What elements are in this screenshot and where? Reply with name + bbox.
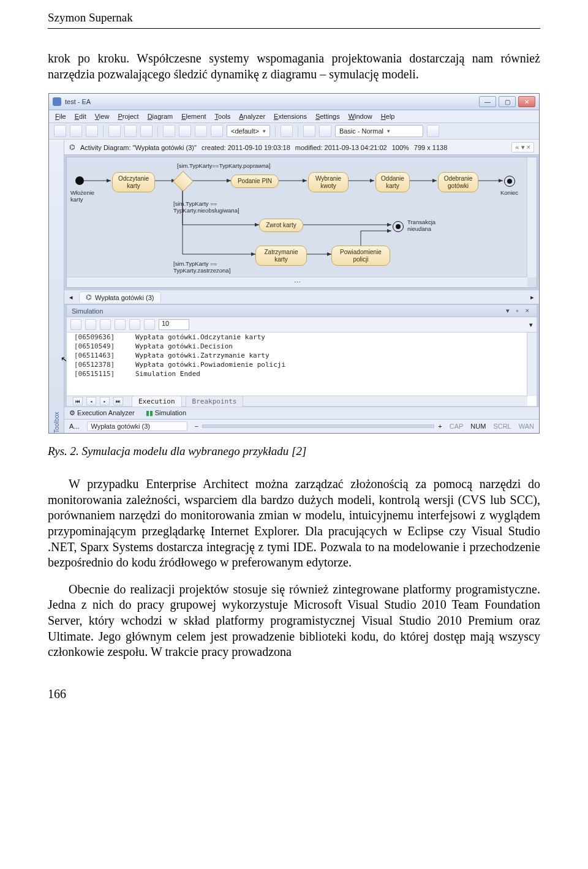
sim-speed-input[interactable]: 10 (159, 319, 189, 330)
tool-find-icon[interactable] (195, 125, 207, 137)
sim-pause-icon[interactable] (85, 319, 96, 330)
maximize-button[interactable]: ▢ (499, 96, 516, 107)
tool-open-icon[interactable] (70, 125, 82, 137)
tab-execution[interactable]: Execution (132, 396, 182, 407)
menu-view[interactable]: View (95, 113, 110, 120)
tool-layout2-icon[interactable] (319, 125, 331, 137)
intro-paragraph: krok po kroku. Współczesne systemy wspom… (48, 51, 540, 82)
diagram-tabbar: ◂ ⌬ Wypłata gotówki (3) ▸ (64, 290, 539, 304)
activity-powiadomienie-policji[interactable]: Powiadomienie policji (331, 246, 390, 266)
menu-settings[interactable]: Settings (315, 113, 340, 120)
panel-buttons[interactable]: ▾ ▫ × (506, 307, 532, 315)
simulation-panel-header[interactable]: Simulation ▾ ▫ × (66, 304, 537, 317)
tab-execution-analyzer[interactable]: ⚙ Execution Analyzer (69, 409, 135, 417)
tab-breakpoints-label: Breakpoints (192, 397, 237, 405)
activity-zwrot-karty[interactable]: Zwrot karty (259, 219, 303, 232)
sim-play-icon[interactable] (70, 319, 81, 330)
sim-stepin-icon[interactable] (115, 319, 126, 330)
close-button[interactable]: ✕ (518, 96, 535, 107)
log-hscroll[interactable]: ⏮ ◂ ▸ ⏭ Execution Breakpoints (67, 396, 527, 406)
tool-save-icon[interactable] (86, 125, 98, 137)
app-window: test - EA — ▢ ✕ File Edit View Project D… (48, 93, 540, 434)
log-last-icon[interactable]: ⏭ (113, 397, 123, 405)
tool-help-icon[interactable] (281, 125, 293, 137)
menu-edit[interactable]: Edit (75, 113, 86, 120)
activity-oddanie-karty[interactable]: Oddanie karty (375, 172, 410, 192)
toolbox-panel[interactable]: Toolbox (49, 140, 64, 433)
tool-search-icon[interactable] (211, 125, 223, 137)
statusbar: A... Wypłata gotówki (3) − + CAP NUM SCR… (64, 419, 539, 433)
tab-breakpoints[interactable]: Breakpoints (186, 396, 244, 407)
zoom-plus-icon[interactable]: + (438, 423, 442, 430)
log-vscroll[interactable] (527, 333, 537, 396)
doc-arrows[interactable]: « ▾ × (511, 142, 534, 152)
guard-bot: [sim.TypKarty == TypKarty.zastrzezona] (173, 260, 230, 274)
menu-extensions[interactable]: Extensions (274, 113, 307, 120)
view-combo[interactable]: Basic - Normal ▾ (335, 125, 423, 137)
sim-stop-icon[interactable] (144, 319, 155, 330)
flow-final-icon[interactable] (393, 221, 404, 232)
tool-layout1-icon[interactable] (303, 125, 315, 137)
body-paragraph-1: W przypadku Enterprise Architect można z… (48, 476, 540, 571)
log-row: [06511463] Wypłata gotówki.Zatrzymanie k… (67, 351, 537, 360)
activity-podanie-pin[interactable]: Podanie PIN (231, 175, 279, 188)
figure-caption: Rys. 2. Symulacja modelu dla wybranego p… (48, 445, 540, 458)
tab-nav-next-icon[interactable]: ▸ (530, 293, 534, 301)
app-icon (53, 97, 61, 106)
bottom-tabbar: ⚙ Execution Analyzer ▮▮ Simulation (64, 407, 539, 419)
menu-file[interactable]: File (55, 113, 66, 120)
log-row: [06510549] Wypłata gotówki.Decision (67, 342, 537, 351)
workspace-combo[interactable]: <default> ▾ (227, 125, 270, 137)
tab-nav-prev-icon[interactable]: ◂ (69, 293, 73, 301)
activity-odebranie-gotowki[interactable]: Odebranie gotówki (438, 172, 478, 192)
zoom-minus-icon[interactable]: − (195, 423, 198, 430)
minimize-button[interactable]: — (479, 96, 496, 107)
simulation-panel-title: Simulation (72, 307, 103, 315)
menu-tools[interactable]: Tools (215, 113, 231, 120)
tool-paste-icon[interactable] (140, 125, 153, 137)
doc-size: 799 x 1138 (414, 144, 447, 151)
menu-analyzer[interactable]: Analyzer (239, 113, 265, 120)
tool-print-icon[interactable] (179, 125, 191, 137)
final-node-icon[interactable] (504, 176, 515, 187)
diagram-vscroll[interactable] (527, 157, 537, 277)
tool-copy-icon[interactable] (124, 125, 137, 137)
view-combo-value: Basic - Normal (339, 127, 383, 135)
final-node-label: Koniec (500, 189, 518, 196)
diagram-canvas[interactable]: Włożenie karty Odczytanie karty [sim.Typ… (66, 157, 537, 288)
tab-simulation[interactable]: ▮▮ Simulation (146, 409, 186, 417)
log-message: Wypłata gotówki.Powiadomienie policji (135, 361, 285, 369)
tool-new-icon[interactable] (54, 125, 66, 137)
tool-zoom-icon[interactable] (163, 125, 175, 137)
diagram-hscroll[interactable]: ⋯ (67, 277, 527, 287)
tab-diagram[interactable]: ⌬ Wypłata gotówki (3) (79, 292, 161, 303)
activity-wybranie-kwoty[interactable]: Wybranie kwoty (308, 172, 349, 192)
menu-element[interactable]: Element (181, 113, 206, 120)
initial-node-icon[interactable] (75, 176, 84, 185)
tool-cut-icon[interactable] (108, 125, 121, 137)
tool-more-icon[interactable] (427, 125, 439, 137)
menu-project[interactable]: Project (118, 113, 138, 120)
activity-zatrzymanie-karty[interactable]: Zatrzymanie karty (255, 246, 307, 266)
menu-diagram[interactable]: Diagram (148, 113, 173, 120)
log-first-icon[interactable]: ⏮ (73, 397, 83, 405)
menu-help[interactable]: Help (381, 113, 395, 120)
titlebar: test - EA — ▢ ✕ (49, 94, 539, 110)
page-number: 166 (48, 687, 540, 701)
zoom-track[interactable] (202, 424, 434, 428)
sim-dropdown-icon[interactable]: ▾ (529, 321, 533, 329)
decision-node-icon[interactable] (173, 171, 194, 192)
menubar: File Edit View Project Diagram Element T… (49, 110, 539, 123)
log-message: Simulation Ended (135, 370, 200, 378)
window-title: test - EA (65, 98, 477, 105)
activity-odczytanie[interactable]: Odczytanie karty (112, 172, 155, 192)
menu-window[interactable]: Window (349, 113, 372, 120)
log-prev-icon[interactable]: ◂ (86, 397, 96, 405)
sim-stepover-icon[interactable] (100, 319, 111, 330)
separator-icon (298, 126, 298, 137)
sim-stepout-icon[interactable] (129, 319, 140, 330)
workspace-combo-value: <default> (231, 127, 259, 135)
tab-execution-label: Execution (138, 397, 175, 405)
log-next-icon[interactable]: ▸ (100, 397, 110, 405)
main-toolbar: <default> ▾ Basic - Normal ▾ (49, 123, 539, 140)
